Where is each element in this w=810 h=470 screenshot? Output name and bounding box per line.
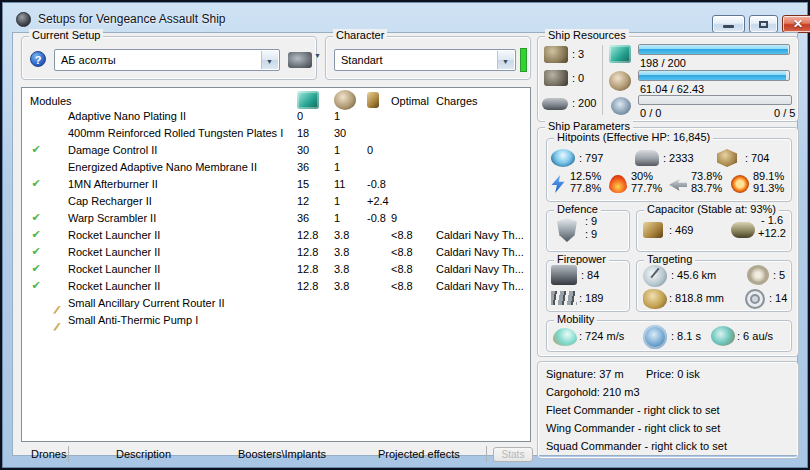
table-row[interactable]: Energized Adaptive Nano Membrane II 36 1 [22, 158, 530, 175]
tab-drones[interactable]: Drones [31, 448, 66, 460]
fleet-commander-slot[interactable]: Fleet Commander - right click to set [546, 404, 720, 416]
table-row[interactable]: ✔ Rocket Launcher II 12.8 3.8 <8.8 Calda… [22, 226, 530, 243]
title-bar[interactable]: Setups for Vengeance Assault Ship ✕ [6, 6, 804, 32]
em-resist-icon [549, 175, 567, 193]
module-name: Small Ancillary Current Router II [68, 297, 297, 309]
module-name: Rocket Launcher II [68, 229, 297, 241]
cpu-icon [609, 45, 631, 63]
ship-icon[interactable] [288, 52, 312, 68]
turret-hardpoints-value: : 3 [572, 48, 584, 60]
capacitor-delta-bottom: +12.2 [758, 227, 786, 239]
table-row[interactable]: ✔ Rocket Launcher II 12.8 3.8 <8.8 Calda… [22, 260, 530, 277]
minimize-button[interactable] [712, 15, 745, 33]
divider [602, 45, 603, 115]
ship-parameters-group: Ship Parameters Hitpoints (Effective HP:… [537, 127, 799, 357]
bottom-tab-bar: Drones Description Boosters\Implants Pro… [21, 446, 531, 463]
modules-table: Modules Optimal Charges Adaptive Nano Pl… [21, 87, 531, 442]
table-row[interactable]: Small Anti-Thermic Pump I [22, 311, 530, 328]
armor-hp-value: : 2333 [663, 152, 694, 164]
module-name: Damage Control II [68, 144, 297, 156]
squad-commander-slot[interactable]: Squad Commander - right click to set [546, 440, 727, 452]
character-group: Character Standart ▼ [325, 36, 531, 80]
targeting-range-icon [643, 265, 667, 287]
module-check-icon: ✔ [22, 143, 50, 156]
module-check-icon: ✔ [22, 211, 50, 224]
align-time-value: : 8.1 s [671, 330, 701, 342]
table-row[interactable]: Cap Recharger II 12 1 +2.4 [22, 192, 530, 209]
cap-booster-icon [731, 222, 755, 238]
thermal-resist-icon [609, 175, 627, 193]
tab-description[interactable]: Description [116, 448, 171, 460]
signature-value: Signature: 37 m [546, 368, 624, 380]
module-cap: +2.4 [367, 195, 391, 207]
targeting-label: Targeting [644, 253, 695, 265]
module-pg: 3.8 [334, 229, 367, 241]
scan-resolution-icon [643, 289, 667, 309]
tab-projected-effects[interactable]: Projected effects [378, 448, 460, 460]
firepower-dps-value: : 189 [579, 292, 603, 304]
module-name: Rocket Launcher II [68, 280, 297, 292]
module-cpu: 12 [297, 195, 334, 207]
close-button[interactable]: ✕ [782, 15, 810, 33]
module-cpu: 15 [297, 178, 334, 190]
table-row[interactable]: ✔ Rocket Launcher II 12.8 3.8 <8.8 Calda… [22, 277, 530, 294]
character-label: Character [333, 29, 387, 41]
hitpoints-group: Hitpoints (Effective HP: 16,845) : 797 :… [546, 138, 792, 202]
table-row[interactable]: Small Ancillary Current Router II [22, 294, 530, 311]
max-targets-value: : 5 [773, 269, 785, 281]
setup-combobox-button[interactable]: ▼ [261, 51, 278, 69]
capacitor-amount: : 469 [669, 224, 693, 236]
module-pg: 11 [334, 178, 367, 190]
module-cpu: 12.8 [297, 263, 334, 275]
module-pg: 1 [334, 144, 367, 156]
speed-value: : 724 m/s [579, 330, 624, 342]
minimize-icon [723, 25, 734, 28]
ship-menu-chevron-icon[interactable]: ▼ [314, 52, 321, 59]
explosive-resist-icon [731, 175, 749, 193]
module-cpu: 36 [297, 161, 334, 173]
module-check-icon: ✔ [22, 245, 50, 258]
modules-header: Modules Optimal Charges [22, 88, 530, 107]
app-icon [16, 12, 31, 27]
module-cpu: 30 [297, 144, 334, 156]
module-check-icon: ✔ [22, 262, 50, 275]
restore-button[interactable] [749, 15, 778, 33]
tab-boosters-implants[interactable]: Boosters\Implants [238, 448, 326, 460]
module-cpu: 12.8 [297, 280, 334, 292]
table-row[interactable]: ✔ Warp Scrambler II 36 1 -0.8 9 [22, 209, 530, 226]
stats-button[interactable]: Stats [493, 447, 533, 462]
firepower-volley-value: : 84 [581, 269, 599, 281]
targeting-group: Targeting : 45.6 km : 5 : 818.8 mm : 14 [636, 260, 792, 312]
module-name: Warp Scrambler II [68, 212, 297, 224]
character-combobox[interactable]: Standart ▼ [334, 49, 516, 71]
help-icon[interactable]: ? [30, 51, 46, 67]
calibration-icon [542, 98, 568, 110]
table-row[interactable]: ✔ Rocket Launcher II 12.8 3.8 <8.8 Calda… [22, 243, 530, 260]
table-row[interactable]: Adaptive Nano Plating II 0 1 [22, 107, 530, 124]
sensor-strength-icon [745, 289, 765, 309]
charges-column-label: Charges [436, 95, 530, 107]
modules-header-label: Modules [22, 95, 297, 107]
turret-hardpoints-icon [544, 46, 568, 63]
price-value: Price: 0 isk [646, 368, 700, 380]
module-pg: 3.8 [334, 263, 367, 275]
module-cpu: 18 [297, 127, 334, 139]
setup-combobox[interactable]: АБ асолты ▼ [54, 49, 280, 71]
module-charges: Caldari Navy Th... [436, 263, 530, 275]
character-combobox-button[interactable]: ▼ [497, 51, 514, 69]
skills-status-indicator [520, 48, 527, 72]
ship-info-group: Signature: 37 m Price: 0 isk Cargohold: … [537, 361, 799, 459]
wing-commander-slot[interactable]: Wing Commander - right click to set [546, 422, 720, 434]
module-cpu: 0 [297, 110, 334, 122]
warp-speed-value: : 6 au/s [737, 330, 773, 342]
window-title: Setups for Vengeance Assault Ship [38, 12, 225, 26]
defence-label: Defence [554, 203, 601, 215]
character-combobox-value: Standart [341, 54, 383, 66]
table-row[interactable]: ✔ Damage Control II 30 1 0 [22, 141, 530, 158]
table-row[interactable]: 400mm Reinforced Rolled Tungsten Plates … [22, 124, 530, 141]
upgrades-bar [638, 95, 792, 105]
table-row[interactable]: ✔ 1MN Afterburner II 15 11 -0.8 [22, 175, 530, 192]
kinetic-resist-armor: 83.7% [691, 182, 722, 194]
window-frame: Setups for Vengeance Assault Ship ✕ Curr… [2, 2, 808, 468]
module-cpu: 12.8 [297, 246, 334, 258]
